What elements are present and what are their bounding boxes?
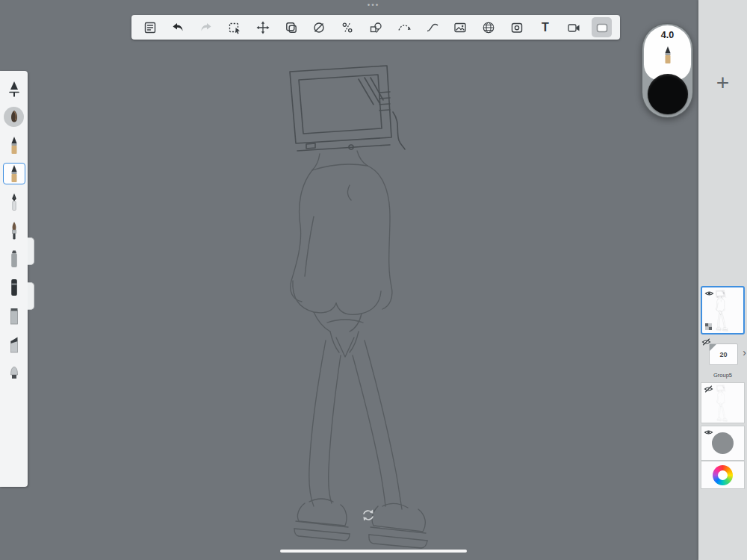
brush-ink-pen[interactable] [3,191,25,213]
panel-drag-handle-1[interactable] [28,237,34,265]
layer-thumbnail-gray-fill [712,432,734,454]
brush-dark-marker[interactable] [3,276,25,298]
redo-button[interactable] [196,17,217,37]
material-tool-icon[interactable] [507,17,527,37]
group-layer-count: 20 [719,351,727,358]
add-layer-button[interactable]: + [698,72,747,94]
color-wheel-row [701,461,745,489]
brush-dome[interactable] [3,361,25,383]
brush-size-label: 4.0 [642,30,692,40]
brush-angled-flat[interactable] [3,333,25,355]
menu-icon[interactable] [140,17,160,37]
text-tool-icon[interactable]: T [535,17,555,37]
panel-drag-handle-2[interactable] [28,282,34,310]
brush-paint[interactable] [3,220,25,241]
character-sketch [261,60,486,553]
move-tool-icon[interactable] [252,17,273,37]
brush-size-color-widget[interactable]: 4.0 [642,23,693,118]
layer-visible-eye-icon[interactable] [704,290,714,297]
horizontal-scroll-indicator[interactable] [280,550,467,553]
brush-sidebar [0,71,28,487]
layer-hidden-eye-icon[interactable] [704,385,713,393]
select-tool-icon[interactable] [224,17,244,37]
brush-round-bg [4,107,24,127]
video-tool-icon[interactable] [563,17,583,37]
brush-pencil[interactable] [3,134,25,156]
drawing-canvas[interactable] [0,0,747,560]
image-tool-icon[interactable] [450,17,471,37]
group-thumbnail[interactable]: 20 [709,343,738,365]
transform-tool-icon[interactable] [281,17,301,37]
brush-flat-shader[interactable] [3,305,25,326]
shape-pen-tool-icon[interactable] [366,17,386,37]
layers-panel: + 20 › Group5 [698,0,747,560]
curve-tool-icon[interactable] [422,17,442,37]
group-expand-chevron[interactable]: › [743,347,746,358]
layer-group-item[interactable]: 20 › Group5 [698,338,747,376]
current-brush-thumbnail[interactable] [642,45,692,65]
brush-airbrush[interactable] [3,78,25,99]
color-wheel-button[interactable] [713,465,733,485]
rotate-reset-icon[interactable] [361,508,376,522]
curve-pen-tool-icon[interactable] [394,17,414,37]
top-toolbar: T [131,15,620,40]
brush-round[interactable] [3,106,25,128]
text-tool-glyph: T [542,22,549,34]
mesh-tool-icon[interactable] [479,17,499,37]
layer-item-selected[interactable] [701,286,745,335]
divide-tool-icon[interactable] [338,17,358,37]
layer-transform-checker-icon[interactable] [705,323,712,330]
group-name-label: Group5 [698,372,747,379]
current-color-swatch[interactable] [648,74,688,114]
layer-item-background[interactable] [701,426,745,461]
group-hidden-eye-icon[interactable] [701,338,711,346]
brush-pencil-2-selected[interactable] [3,163,25,184]
brush-marker[interactable] [3,248,25,270]
undo-button[interactable] [168,17,188,37]
color-wheel-center [718,470,728,480]
eraser-tool-icon[interactable] [309,17,329,37]
layer-visible-eye-icon-2[interactable] [704,429,713,436]
layer-item-hidden[interactable] [701,382,745,423]
frame-tool-icon-selected[interactable] [592,17,612,37]
multitask-indicator: ••• [0,1,747,9]
